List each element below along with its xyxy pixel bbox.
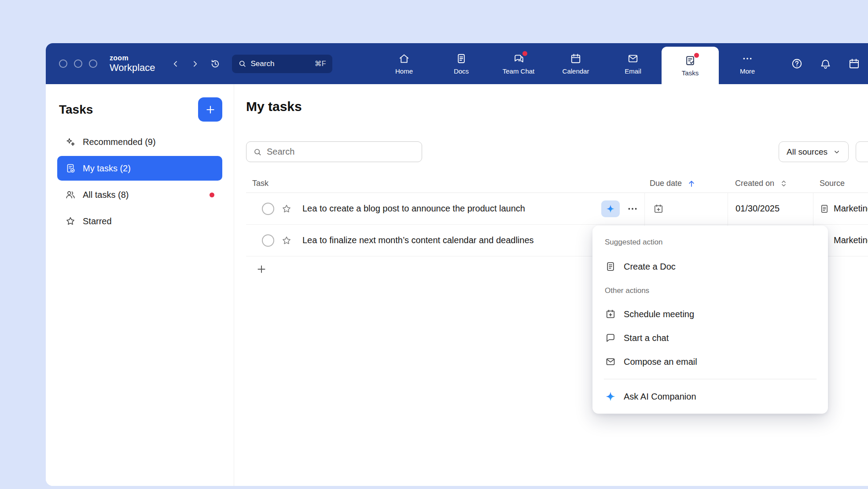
table-row[interactable]: Lea to create a blog post to announce th… — [246, 193, 868, 225]
source-cell[interactable]: Marketing — [813, 193, 868, 224]
due-date-cell — [644, 193, 728, 224]
notification-dot — [522, 51, 527, 56]
back-button[interactable] — [171, 59, 180, 68]
column-label: Task — [252, 179, 268, 188]
search-icon — [238, 59, 246, 68]
sidebar-item-label: Starred — [83, 216, 112, 226]
created-on-cell: 01/30/2025 — [728, 193, 813, 224]
compose-email-item[interactable]: Compose an email — [592, 350, 828, 374]
new-task-button[interactable] — [198, 97, 222, 122]
top-bar: zoom Workplace Search ⌘F — [46, 43, 868, 84]
email-icon — [627, 53, 639, 64]
help-icon[interactable] — [791, 58, 803, 70]
start-chat-item[interactable]: Start a chat — [592, 326, 828, 350]
add-task-icon[interactable] — [256, 263, 267, 275]
menu-item-label: Compose an email — [624, 357, 697, 367]
column-label: Due date — [650, 179, 682, 188]
sidebar-item-label: My tasks (2) — [83, 163, 131, 174]
people-icon — [65, 189, 76, 200]
logo-workplace: Workplace — [110, 63, 155, 73]
nav-email[interactable]: Email — [604, 43, 662, 84]
more-icon — [742, 53, 753, 64]
sort-toggle-icon[interactable] — [780, 179, 788, 188]
sort-ascending-icon[interactable] — [687, 179, 696, 188]
task-search-box[interactable] — [246, 141, 422, 162]
ai-companion-button[interactable] — [601, 200, 620, 217]
app-window: zoom Workplace Search ⌘F — [46, 43, 868, 486]
doc-icon — [605, 261, 616, 272]
task-search-input[interactable] — [267, 147, 415, 157]
primary-nav: Home Docs Team Chat Calendar — [375, 43, 776, 84]
history-icon[interactable] — [210, 59, 221, 69]
global-search[interactable]: Search ⌘F — [232, 55, 332, 73]
topbar-right-icons — [791, 43, 868, 84]
sparkles-icon — [65, 137, 76, 147]
notifications-bell-icon[interactable] — [820, 58, 831, 70]
column-created-on[interactable]: Created on — [728, 174, 813, 193]
column-label: Source — [820, 179, 845, 188]
nav-more[interactable]: More — [719, 43, 776, 84]
all-sources-dropdown[interactable]: All sources — [779, 141, 849, 162]
task-title: Lea to create a blog post to announce th… — [302, 204, 525, 214]
column-source: Source — [813, 174, 868, 193]
logo-zoom: zoom — [110, 55, 155, 62]
nav-calendar[interactable]: Calendar — [547, 43, 604, 84]
home-icon — [398, 53, 410, 64]
window-controls — [59, 59, 97, 68]
search-label: Search — [251, 59, 275, 68]
star-icon — [65, 216, 76, 226]
nav-docs[interactable]: Docs — [433, 43, 490, 84]
sidebar-item-label: Recommended (9) — [83, 137, 156, 147]
other-actions-group: Schedule meeting Start a chat Compose an… — [592, 302, 828, 374]
history-nav — [171, 59, 221, 69]
nav-label: Email — [625, 67, 641, 75]
table-header: Task Due date Created on Source — [246, 174, 868, 193]
nav-label: Team Chat — [503, 67, 535, 75]
task-cell: Lea to create a blog post to announce th… — [246, 193, 644, 224]
chat-bubble-icon — [605, 333, 616, 343]
menu-item-label: Schedule meeting — [624, 309, 694, 319]
tasks-sidebar: Tasks Recommended (9) My tasks (2) — [46, 84, 234, 486]
forward-button[interactable] — [191, 59, 199, 68]
menu-item-label: Start a chat — [624, 333, 669, 343]
sidebar-title: Tasks — [59, 103, 93, 117]
nav-tasks[interactable]: Tasks — [662, 47, 719, 84]
window-zoom-button[interactable] — [89, 59, 97, 68]
create-doc-item[interactable]: Create a Doc — [592, 255, 828, 278]
partial-button[interactable] — [856, 141, 868, 162]
column-label: Created on — [735, 179, 774, 188]
sidebar-item-recommended[interactable]: Recommended (9) — [57, 130, 222, 154]
created-date: 01/30/2025 — [736, 204, 780, 214]
sidebar-item-starred[interactable]: Starred — [57, 209, 222, 233]
ai-companion-icon — [605, 391, 616, 402]
complete-checkbox[interactable] — [262, 203, 274, 215]
column-due-date[interactable]: Due date — [644, 174, 728, 193]
window-minimize-button[interactable] — [74, 59, 82, 68]
my-tasks-icon — [65, 163, 76, 174]
page-title: My tasks — [246, 99, 302, 114]
menu-item-label: Create a Doc — [624, 262, 676, 272]
sidebar-item-my-tasks[interactable]: My tasks (2) — [57, 156, 222, 181]
nav-team-chat[interactable]: Team Chat — [490, 43, 547, 84]
ai-actions-popup: Suggested action Create a Doc Other acti… — [592, 226, 828, 414]
source-doc-icon — [820, 204, 829, 214]
add-due-date-icon[interactable] — [653, 204, 664, 214]
task-title: Lea to finalize next month’s content cal… — [302, 235, 534, 245]
menu-item-label: Ask AI Companion — [624, 392, 696, 402]
window-close-button[interactable] — [59, 59, 67, 68]
complete-checkbox[interactable] — [262, 234, 274, 247]
star-icon[interactable] — [281, 204, 292, 214]
other-actions-label: Other actions — [592, 283, 828, 299]
ask-ai-companion-item[interactable]: Ask AI Companion — [592, 385, 828, 408]
nav-label: Tasks — [682, 69, 699, 77]
nav-label: More — [740, 67, 755, 75]
row-more-icon[interactable] — [627, 203, 638, 215]
nav-label: Calendar — [563, 67, 589, 75]
star-icon[interactable] — [281, 235, 292, 246]
nav-home[interactable]: Home — [375, 43, 433, 84]
sidebar-item-all-tasks[interactable]: All tasks (8) — [57, 182, 222, 207]
task-cell: Lea to finalize next month’s content cal… — [246, 225, 644, 256]
schedule-meeting-item[interactable]: Schedule meeting — [592, 302, 828, 326]
mini-calendar-icon[interactable] — [848, 58, 860, 70]
all-sources-label: All sources — [787, 147, 828, 157]
